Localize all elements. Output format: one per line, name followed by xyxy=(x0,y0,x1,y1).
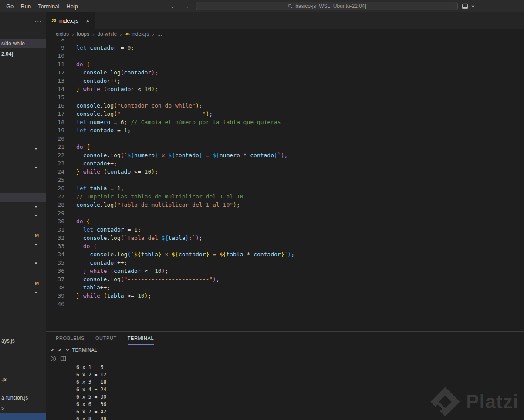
code-line[interactable]: 9let contador = 0; xyxy=(46,44,524,52)
code-line[interactable]: 29 xyxy=(46,209,524,217)
code-line[interactable]: 27// Imprimir las tablas de multiplicar … xyxy=(46,192,524,201)
code-line[interactable]: 14} while (contador < 10); xyxy=(46,85,524,93)
line-number: 38 xyxy=(46,283,64,292)
js-file-icon: JS xyxy=(51,18,56,23)
editor-tab-bar: JS index.js × xyxy=(46,12,524,29)
line-number: 32 xyxy=(46,234,64,242)
modified-dot-badge: ● xyxy=(35,204,37,210)
code-line[interactable]: 39} while (tabla <= 10); xyxy=(46,292,524,300)
line-number: 34 xyxy=(46,250,64,259)
line-number: 37 xyxy=(46,275,64,283)
code-editor[interactable]: 89let contador = 0;1011do {12 console.lo… xyxy=(46,39,524,331)
modified-dot-badge: ● xyxy=(35,165,37,171)
chevron-right-icon: › xyxy=(120,31,122,37)
code-line[interactable]: 19let contado = 1; xyxy=(46,126,524,134)
code-line[interactable]: 25 xyxy=(46,176,524,184)
code-line[interactable]: 26let tabla = 1; xyxy=(46,184,524,192)
explorer-item-fragment[interactable]: a-funcion.js xyxy=(0,393,46,402)
code-lines: 89let contador = 0;1011do {12 console.lo… xyxy=(46,39,524,308)
line-number: 19 xyxy=(46,126,64,134)
terminal-gutter-icons xyxy=(50,356,66,362)
back-arrow-icon[interactable]: ← xyxy=(171,3,177,10)
chevron-down-icon[interactable] xyxy=(65,348,70,352)
line-number: 31 xyxy=(46,225,64,234)
explorer-item-fragment[interactable] xyxy=(0,193,46,202)
explorer-item-fragment[interactable]: 2.04] xyxy=(0,50,46,58)
breadcrumb-item[interactable]: loops xyxy=(77,31,89,37)
line-number: 30 xyxy=(46,217,64,225)
terminal-line: 6 x 3 = 18 xyxy=(76,379,149,386)
terminal-output[interactable]: ------------------------6 x 1 = 66 x 2 =… xyxy=(76,356,149,420)
line-number: 8 xyxy=(46,39,64,44)
chevron-right-icon[interactable]: > xyxy=(51,347,54,353)
chevron-down-icon[interactable] xyxy=(471,4,475,8)
explorer-item-fragment[interactable]: s xyxy=(0,403,46,412)
terminal-line: 6 x 6 = 36 xyxy=(76,401,149,408)
command-center-search[interactable]: basico-js [WSL: Ubuntu-22.04] xyxy=(196,2,458,10)
chevron-right-icon: › xyxy=(152,31,154,37)
code-line[interactable]: 16console.log("Contador con do-while"); xyxy=(46,101,524,110)
titlebar-actions xyxy=(462,0,475,12)
code-line[interactable]: 15 xyxy=(46,93,524,101)
panel-tab-terminal[interactable]: TERMINAL xyxy=(128,332,154,345)
remote-wsl-badge[interactable] xyxy=(0,413,46,420)
layout-panel-icon[interactable] xyxy=(462,3,468,10)
line-number: 13 xyxy=(46,77,64,85)
panel-tab-bar: PROBLEMSOUTPUTTERMINAL xyxy=(46,332,524,345)
explorer-item-fragment[interactable]: s/do-while xyxy=(0,39,46,48)
code-line[interactable]: 20 xyxy=(46,134,524,143)
menu-go[interactable]: Go xyxy=(3,2,17,11)
code-line[interactable]: 36 } while (contador <= 10); xyxy=(46,267,524,275)
explorer-item-fragment[interactable]: .js xyxy=(0,375,46,383)
tab-index-js[interactable]: JS index.js × xyxy=(46,12,95,29)
breadcrumb-item[interactable]: JSindex.js xyxy=(125,31,149,37)
close-icon[interactable]: × xyxy=(86,17,90,24)
terminal-section-header[interactable]: > > TERMINAL xyxy=(46,346,524,354)
code-line[interactable]: 17console.log("------------------------"… xyxy=(46,110,524,118)
menu-terminal[interactable]: Terminal xyxy=(34,2,63,11)
code-line[interactable]: 11do { xyxy=(46,60,524,68)
menu-run[interactable]: Run xyxy=(17,2,34,11)
forward-arrow-icon[interactable]: → xyxy=(183,3,189,10)
breadcrumb-item[interactable]: … xyxy=(157,31,162,37)
code-line[interactable]: 10 xyxy=(46,52,524,60)
breadcrumb-item[interactable]: do-while xyxy=(97,31,117,37)
more-actions-icon[interactable]: ··· xyxy=(34,18,42,25)
code-line[interactable]: 18let numero = 6; // Cambia el número po… xyxy=(46,118,524,126)
code-line[interactable]: 24} while (contado <= 10); xyxy=(46,168,524,176)
code-line[interactable]: 33 do { xyxy=(46,242,524,250)
code-line[interactable]: 12 console.log(contador); xyxy=(46,68,524,77)
menu-help[interactable]: Help xyxy=(63,2,81,11)
panel-tab-problems[interactable]: PROBLEMS xyxy=(56,332,85,345)
code-line[interactable]: 35 contador++; xyxy=(46,259,524,267)
code-line[interactable]: 31 let contador = 1; xyxy=(46,225,524,234)
search-icon xyxy=(287,3,293,9)
split-terminal-icon[interactable] xyxy=(60,356,66,362)
line-number: 18 xyxy=(46,118,64,126)
code-line[interactable]: 21do { xyxy=(46,143,524,151)
code-line[interactable]: 28console.log("Tabla de multiplicar del … xyxy=(46,201,524,209)
breadcrumb-item[interactable]: ciclos xyxy=(56,31,69,37)
line-number: 16 xyxy=(46,101,64,110)
code-line[interactable]: 37 console.log("------------------------… xyxy=(46,275,524,283)
code-line[interactable]: 8 xyxy=(46,39,524,44)
code-line[interactable]: 22 console.log(`${numero} x ${contado} =… xyxy=(46,151,524,159)
line-number: 33 xyxy=(46,242,64,250)
panel-tab-output[interactable]: OUTPUT xyxy=(95,332,117,345)
code-line[interactable]: 40 xyxy=(46,300,524,308)
line-number: 12 xyxy=(46,68,64,77)
chevron-right-icon: › xyxy=(92,31,94,37)
code-line[interactable]: 34 console.log(`${tabla} x ${contador} =… xyxy=(46,250,524,259)
chevron-right-icon[interactable]: > xyxy=(58,347,61,353)
search-placeholder-text: basico-js [WSL: Ubuntu-22.04] xyxy=(295,3,366,9)
code-line[interactable]: 38 tabla++; xyxy=(46,283,524,292)
code-line[interactable]: 30do { xyxy=(46,217,524,225)
accessibility-icon[interactable] xyxy=(50,356,56,362)
code-line[interactable]: 13 contador++; xyxy=(46,77,524,85)
code-line[interactable]: 23 contado++; xyxy=(46,159,524,168)
platzi-watermark: Platzi xyxy=(429,386,519,417)
explorer-item-fragment[interactable]: ays.js xyxy=(0,336,46,345)
code-line[interactable]: 32 console.log(`Tabla del ${tabla}:`); xyxy=(46,234,524,242)
modified-dot-badge: ● xyxy=(35,242,37,248)
breadcrumb: ciclos›loops›do-while›JSindex.js›… xyxy=(46,29,524,39)
